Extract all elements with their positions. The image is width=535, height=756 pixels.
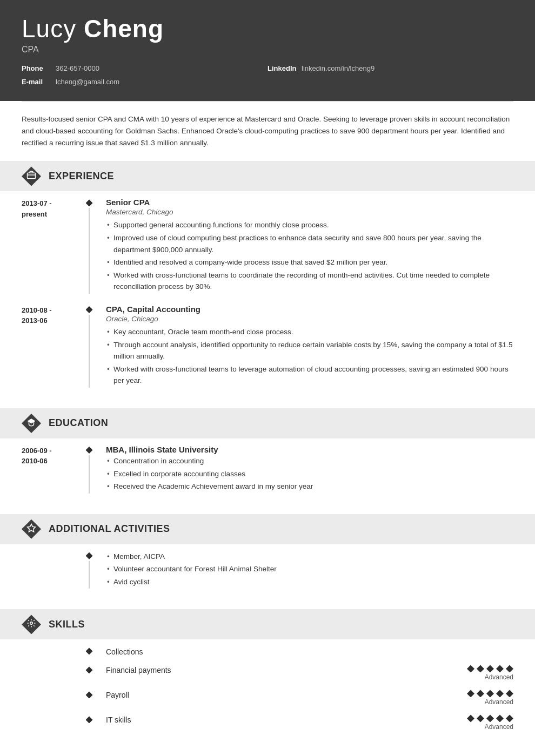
activities-timeline-line <box>89 561 90 589</box>
timeline-2 <box>81 305 97 388</box>
edu-bullet-2: Received the Academic Achievement award … <box>106 481 513 492</box>
dot-3-2 <box>477 714 484 722</box>
skill-timeline-1 <box>81 665 97 675</box>
skill-diamond-0 <box>86 647 93 654</box>
dot-3-5 <box>506 714 513 722</box>
dot-1-5 <box>506 665 513 672</box>
skill-rating-3: Advanced <box>467 714 513 731</box>
skills-title: SKILLS <box>49 619 85 630</box>
edu-bullet-0: Concentration in accounting <box>106 455 513 467</box>
bullet-2-2: Worked with cross-functional teams to le… <box>106 363 513 387</box>
skill-entry-0: Collections <box>22 646 513 656</box>
skill-dots-3 <box>467 714 513 722</box>
skill-rating-2: Advanced <box>467 690 513 706</box>
activity-0: Member, AICPA <box>106 551 513 563</box>
bullet-2-1: Through account analysis, identified opp… <box>106 339 513 362</box>
skill-dots-1 <box>467 665 513 672</box>
skill-name-1: Financial payments <box>106 665 467 674</box>
education-section: EDUCATION 2006-09 - 2010-06 MBA, Illinoi… <box>0 408 535 510</box>
skill-timeline-2 <box>81 690 97 700</box>
skill-name-0: Collections <box>106 646 513 656</box>
dot-2-3 <box>486 690 494 697</box>
experience-icon <box>22 166 41 186</box>
date-2: 2010-08 - 2013-06 <box>22 305 81 326</box>
activity-2: Avid cyclist <box>106 576 513 588</box>
activities-timeline <box>81 551 97 589</box>
star-icon <box>26 523 36 535</box>
summary-text: Results-focused senior CPA and CMA with … <box>22 113 513 150</box>
dot-3-4 <box>496 714 504 722</box>
entry-content-2: CPA, Capital Accounting Oracle, Chicago … <box>106 305 513 388</box>
activities-section: ADDITIONAL ACTIVITIES Member, AICPA Volu… <box>0 514 535 605</box>
skills-header: SKILLS <box>0 609 535 639</box>
svg-rect-0 <box>28 173 36 179</box>
contact-info: Phone 362-657-0000 LinkedIn linkedin.com… <box>22 64 513 89</box>
experience-header: EXPERIENCE <box>0 161 535 191</box>
email-value: lcheng@gamail.com <box>56 78 119 86</box>
timeline-1 <box>81 198 97 294</box>
activities-title: ADDITIONAL ACTIVITIES <box>49 523 170 535</box>
phone-label: Phone <box>22 64 51 72</box>
activities-date-placeholder <box>22 551 81 589</box>
activities-content: Member, AICPA Volunteer accountant for F… <box>106 551 513 589</box>
education-title: EDUCATION <box>49 417 108 429</box>
experience-body: 2013-07 - present Senior CPA Mastercard,… <box>0 198 535 404</box>
linkedin-row: LinkedIn linkedin.com/in/lcheng9 <box>268 64 513 72</box>
linkedin-value: linkedin.com/in/lcheng9 <box>302 64 374 72</box>
email-label: E-mail <box>22 78 51 86</box>
activities-diamond <box>86 552 93 559</box>
dot-2-1 <box>467 690 474 697</box>
email-row: E-mail lcheng@gamail.com <box>22 78 268 86</box>
skill-diamond-3 <box>86 716 93 723</box>
experience-entry-2: 2010-08 - 2013-06 CPA, Capital Accountin… <box>22 305 513 388</box>
first-name: Lucy <box>22 15 84 43</box>
bullets-1: Supported general accounting functions f… <box>106 219 513 293</box>
experience-section: EXPERIENCE 2013-07 - present Senior CPA … <box>0 161 535 404</box>
linkedin-label: LinkedIn <box>268 64 297 72</box>
candidate-title: CPA <box>22 45 513 55</box>
dot-3-1 <box>467 714 474 722</box>
last-name: Cheng <box>84 15 164 43</box>
experience-entry-1: 2013-07 - present Senior CPA Mastercard,… <box>22 198 513 294</box>
skill-rating-1: Advanced <box>467 665 513 681</box>
timeline-line-1 <box>89 208 90 294</box>
education-body: 2006-09 - 2010-06 MBA, Illinois State Un… <box>0 445 535 510</box>
skills-body: Collections Financial payments <box>0 646 535 745</box>
skill-diamond-1 <box>86 666 93 673</box>
resume-header: Lucy Cheng CPA Phone 362-657-0000 Linked… <box>0 0 535 101</box>
edu-timeline-line-1 <box>89 455 90 494</box>
dot-3-3 <box>486 714 494 722</box>
job-title-2: CPA, Capital Accounting <box>106 305 513 314</box>
education-entry-1: 2006-09 - 2010-06 MBA, Illinois State Un… <box>22 445 513 494</box>
skill-level-1: Advanced <box>485 673 513 681</box>
skill-entry-3: IT skills Advanced <box>22 714 513 731</box>
dot-1-1 <box>467 665 474 672</box>
graduation-icon <box>26 417 36 429</box>
phone-row: Phone 362-657-0000 <box>22 64 268 72</box>
skill-entry-1: Financial payments Advanced <box>22 665 513 681</box>
skills-symbol-icon <box>26 618 36 630</box>
dot-2-2 <box>477 690 484 697</box>
entry-content-1: Senior CPA Mastercard, Chicago Supported… <box>106 198 513 294</box>
svg-marker-2 <box>28 524 36 531</box>
bullet-2-0: Key accountant, Oracle team month-end cl… <box>106 326 513 338</box>
edu-bullets-1: Concentration in accounting Excelled in … <box>106 455 513 492</box>
job-title-1: Senior CPA <box>106 198 513 207</box>
dot-2-4 <box>496 690 504 697</box>
skill-name-3: IT skills <box>106 714 467 724</box>
skills-icon <box>22 615 41 634</box>
education-header: EDUCATION <box>0 408 535 438</box>
date-start-1: 2013-07 - present <box>22 198 81 219</box>
edu-bullet-1: Excelled in corporate accounting classes <box>106 468 513 480</box>
summary-section: Results-focused senior CPA and CMA with … <box>0 102 535 161</box>
bullet-1-0: Supported general accounting functions f… <box>106 219 513 231</box>
bullet-1-1: Improved use of cloud computing best pra… <box>106 232 513 255</box>
entry-date-1: 2013-07 - present <box>22 198 81 294</box>
dot-1-4 <box>496 665 504 672</box>
diamond-icon-2 <box>86 306 93 313</box>
skill-timeline-3 <box>81 714 97 725</box>
edu-date-1: 2006-09 - 2010-06 <box>22 445 81 494</box>
phone-value: 362-657-0000 <box>56 64 99 72</box>
edu-title-1: MBA, Illinois State University <box>106 445 513 454</box>
activities-header: ADDITIONAL ACTIVITIES <box>0 514 535 544</box>
